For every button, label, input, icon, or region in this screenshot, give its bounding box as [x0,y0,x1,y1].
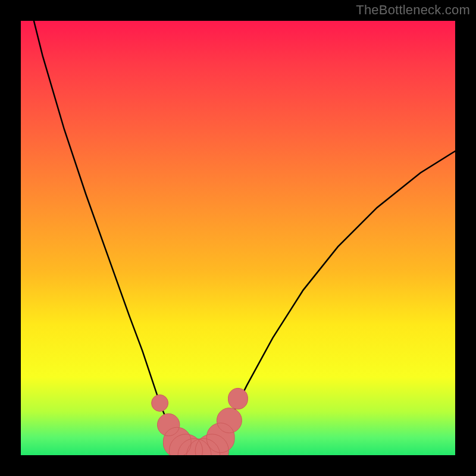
chart-frame: TheBottleneck.com [0,0,476,476]
bottleneck-curve [34,21,455,455]
watermark-text: TheBottleneck.com [356,2,470,18]
bottleneck-markers [152,388,248,455]
chart-overlay [21,21,455,455]
